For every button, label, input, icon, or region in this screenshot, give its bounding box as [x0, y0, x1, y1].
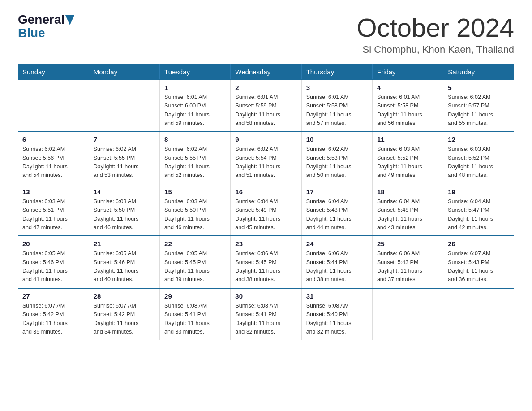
- calendar-cell: 14Sunrise: 6:03 AM Sunset: 5:50 PM Dayli…: [89, 184, 159, 236]
- calendar-cell: 29Sunrise: 6:08 AM Sunset: 5:41 PM Dayli…: [160, 288, 231, 340]
- calendar-header-row: SundayMondayTuesdayWednesdayThursdayFrid…: [18, 64, 514, 80]
- day-number: 8: [164, 136, 226, 143]
- logo-blue-text: Blue: [18, 26, 45, 40]
- day-number: 29: [164, 292, 226, 300]
- day-info: Sunrise: 6:07 AM Sunset: 5:42 PM Dayligh…: [22, 303, 68, 335]
- day-of-week-header: Tuesday: [160, 64, 231, 80]
- calendar-cell: 17Sunrise: 6:04 AM Sunset: 5:48 PM Dayli…: [301, 184, 372, 236]
- calendar-table: SundayMondayTuesdayWednesdayThursdayFrid…: [18, 64, 514, 340]
- day-info: Sunrise: 6:05 AM Sunset: 5:46 PM Dayligh…: [22, 250, 68, 283]
- page-header: General Blue October 2024 Si Chomphu, Kh…: [18, 13, 514, 56]
- calendar-cell: 15Sunrise: 6:03 AM Sunset: 5:50 PM Dayli…: [160, 184, 231, 236]
- day-info: Sunrise: 6:02 AM Sunset: 5:56 PM Dayligh…: [22, 146, 68, 178]
- day-info: Sunrise: 6:07 AM Sunset: 5:42 PM Dayligh…: [94, 303, 139, 335]
- day-number: 5: [448, 84, 510, 91]
- day-number: 1: [164, 84, 226, 91]
- day-info: Sunrise: 6:02 AM Sunset: 5:57 PM Dayligh…: [448, 94, 493, 126]
- day-number: 24: [306, 240, 368, 248]
- calendar-cell: 5Sunrise: 6:02 AM Sunset: 5:57 PM Daylig…: [443, 80, 514, 132]
- page-title: October 2024: [357, 13, 514, 42]
- day-number: 10: [306, 136, 368, 143]
- day-number: 15: [164, 188, 226, 196]
- day-of-week-header: Sunday: [18, 64, 89, 80]
- calendar-cell: [18, 80, 89, 132]
- day-number: 23: [235, 240, 296, 248]
- day-number: 16: [235, 188, 296, 196]
- day-info: Sunrise: 6:03 AM Sunset: 5:50 PM Dayligh…: [94, 198, 139, 231]
- day-info: Sunrise: 6:06 AM Sunset: 5:43 PM Dayligh…: [377, 250, 422, 283]
- day-info: Sunrise: 6:07 AM Sunset: 5:43 PM Dayligh…: [448, 250, 493, 283]
- day-number: 11: [377, 136, 438, 143]
- calendar-week-row: 6Sunrise: 6:02 AM Sunset: 5:56 PM Daylig…: [18, 132, 514, 184]
- calendar-cell: 21Sunrise: 6:05 AM Sunset: 5:46 PM Dayli…: [89, 236, 159, 288]
- calendar-cell: 28Sunrise: 6:07 AM Sunset: 5:42 PM Dayli…: [89, 288, 159, 340]
- day-of-week-header: Saturday: [443, 64, 514, 80]
- day-info: Sunrise: 6:05 AM Sunset: 5:45 PM Dayligh…: [164, 250, 210, 283]
- day-info: Sunrise: 6:03 AM Sunset: 5:52 PM Dayligh…: [448, 146, 493, 178]
- day-of-week-header: Wednesday: [231, 64, 301, 80]
- day-info: Sunrise: 6:05 AM Sunset: 5:46 PM Dayligh…: [94, 250, 139, 283]
- day-info: Sunrise: 6:01 AM Sunset: 5:58 PM Dayligh…: [306, 94, 352, 126]
- day-info: Sunrise: 6:02 AM Sunset: 5:54 PM Dayligh…: [235, 146, 280, 178]
- calendar-cell: 12Sunrise: 6:03 AM Sunset: 5:52 PM Dayli…: [443, 132, 514, 184]
- day-number: 27: [22, 292, 84, 300]
- calendar-cell: 13Sunrise: 6:03 AM Sunset: 5:51 PM Dayli…: [18, 184, 89, 236]
- day-info: Sunrise: 6:04 AM Sunset: 5:47 PM Dayligh…: [448, 198, 493, 231]
- calendar-cell: 2Sunrise: 6:01 AM Sunset: 5:59 PM Daylig…: [231, 80, 301, 132]
- day-number: 20: [22, 240, 84, 248]
- calendar-cell: 23Sunrise: 6:06 AM Sunset: 5:45 PM Dayli…: [231, 236, 301, 288]
- calendar-cell: 20Sunrise: 6:05 AM Sunset: 5:46 PM Dayli…: [18, 236, 89, 288]
- day-number: 28: [94, 292, 155, 300]
- day-number: 31: [306, 292, 368, 300]
- calendar-cell: [443, 288, 514, 340]
- day-info: Sunrise: 6:02 AM Sunset: 5:53 PM Dayligh…: [306, 146, 352, 178]
- logo: General Blue: [18, 13, 75, 40]
- svg-marker-0: [65, 15, 74, 25]
- logo-general-text: General: [18, 13, 64, 26]
- calendar-cell: [372, 288, 443, 340]
- calendar-week-row: 20Sunrise: 6:05 AM Sunset: 5:46 PM Dayli…: [18, 236, 514, 288]
- day-info: Sunrise: 6:02 AM Sunset: 5:55 PM Dayligh…: [94, 146, 139, 178]
- day-info: Sunrise: 6:08 AM Sunset: 5:40 PM Dayligh…: [306, 303, 352, 335]
- calendar-cell: 8Sunrise: 6:02 AM Sunset: 5:55 PM Daylig…: [160, 132, 231, 184]
- day-info: Sunrise: 6:02 AM Sunset: 5:55 PM Dayligh…: [164, 146, 210, 178]
- calendar-cell: 3Sunrise: 6:01 AM Sunset: 5:58 PM Daylig…: [301, 80, 372, 132]
- location-subtitle: Si Chomphu, Khon Kaen, Thailand: [357, 44, 514, 56]
- calendar-cell: 4Sunrise: 6:01 AM Sunset: 5:58 PM Daylig…: [372, 80, 443, 132]
- calendar-cell: 19Sunrise: 6:04 AM Sunset: 5:47 PM Dayli…: [443, 184, 514, 236]
- day-number: 13: [22, 188, 84, 196]
- day-number: 18: [377, 188, 438, 196]
- calendar-cell: 24Sunrise: 6:06 AM Sunset: 5:44 PM Dayli…: [301, 236, 372, 288]
- calendar-week-row: 1Sunrise: 6:01 AM Sunset: 6:00 PM Daylig…: [18, 80, 514, 132]
- calendar-cell: 18Sunrise: 6:04 AM Sunset: 5:48 PM Dayli…: [372, 184, 443, 236]
- calendar-cell: [89, 80, 159, 132]
- calendar-week-row: 13Sunrise: 6:03 AM Sunset: 5:51 PM Dayli…: [18, 184, 514, 236]
- day-number: 22: [164, 240, 226, 248]
- day-of-week-header: Thursday: [301, 64, 372, 80]
- day-number: 19: [448, 188, 510, 196]
- calendar-cell: 31Sunrise: 6:08 AM Sunset: 5:40 PM Dayli…: [301, 288, 372, 340]
- calendar-cell: 30Sunrise: 6:08 AM Sunset: 5:41 PM Dayli…: [231, 288, 301, 340]
- calendar-cell: 7Sunrise: 6:02 AM Sunset: 5:55 PM Daylig…: [89, 132, 159, 184]
- day-info: Sunrise: 6:04 AM Sunset: 5:48 PM Dayligh…: [377, 198, 422, 231]
- calendar-cell: 22Sunrise: 6:05 AM Sunset: 5:45 PM Dayli…: [160, 236, 231, 288]
- day-of-week-header: Friday: [372, 64, 443, 80]
- calendar-cell: 1Sunrise: 6:01 AM Sunset: 6:00 PM Daylig…: [160, 80, 231, 132]
- calendar-cell: 9Sunrise: 6:02 AM Sunset: 5:54 PM Daylig…: [231, 132, 301, 184]
- calendar-cell: 16Sunrise: 6:04 AM Sunset: 5:49 PM Dayli…: [231, 184, 301, 236]
- calendar-cell: 11Sunrise: 6:03 AM Sunset: 5:52 PM Dayli…: [372, 132, 443, 184]
- day-number: 9: [235, 136, 296, 143]
- day-number: 14: [94, 188, 155, 196]
- day-info: Sunrise: 6:03 AM Sunset: 5:51 PM Dayligh…: [22, 198, 68, 231]
- day-number: 12: [448, 136, 510, 143]
- calendar-cell: 25Sunrise: 6:06 AM Sunset: 5:43 PM Dayli…: [372, 236, 443, 288]
- calendar-week-row: 27Sunrise: 6:07 AM Sunset: 5:42 PM Dayli…: [18, 288, 514, 340]
- day-number: 26: [448, 240, 510, 248]
- calendar-cell: 10Sunrise: 6:02 AM Sunset: 5:53 PM Dayli…: [301, 132, 372, 184]
- day-number: 17: [306, 188, 368, 196]
- day-info: Sunrise: 6:08 AM Sunset: 5:41 PM Dayligh…: [164, 303, 210, 335]
- day-of-week-header: Monday: [89, 64, 159, 80]
- day-number: 21: [94, 240, 155, 248]
- day-info: Sunrise: 6:06 AM Sunset: 5:45 PM Dayligh…: [235, 250, 280, 283]
- day-number: 2: [235, 84, 296, 91]
